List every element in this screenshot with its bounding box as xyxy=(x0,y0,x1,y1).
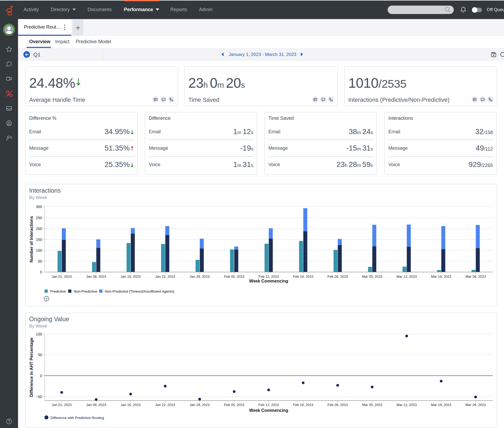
svg-text:Jan 08, 2023: Jan 08, 2023 xyxy=(86,403,106,407)
svg-text:Week Commencing: Week Commencing xyxy=(249,408,288,413)
svg-text:Feb 26, 2023: Feb 26, 2023 xyxy=(328,403,348,407)
svg-text:Jan 01, 2023: Jan 01, 2023 xyxy=(52,403,72,407)
svg-text:Mar 12, 2023: Mar 12, 2023 xyxy=(397,403,417,407)
svg-text:Jan 22, 2023: Jan 22, 2023 xyxy=(155,403,175,407)
svg-text:Mar 19, 2023: Mar 19, 2023 xyxy=(431,403,451,407)
svg-text:Feb 12, 2023: Feb 12, 2023 xyxy=(258,403,279,407)
svg-text:Jan 29, 2023: Jan 29, 2023 xyxy=(190,403,210,407)
svg-text:Difference with Predictive Rou: Difference with Predictive Routing xyxy=(50,416,104,420)
svg-text:Mar 26, 2023: Mar 26, 2023 xyxy=(466,403,486,407)
svg-text:50: 50 xyxy=(38,353,42,357)
svg-text:Feb 05, 2023: Feb 05, 2023 xyxy=(224,403,244,407)
svg-text:Difference in AHT Percentage: Difference in AHT Percentage xyxy=(29,338,34,397)
svg-text:−50: −50 xyxy=(36,395,42,399)
svg-text:100: 100 xyxy=(36,332,42,336)
svg-text:Jan 15, 2023: Jan 15, 2023 xyxy=(121,403,141,407)
svg-text:0: 0 xyxy=(40,374,42,378)
svg-text:Feb 19, 2023: Feb 19, 2023 xyxy=(293,403,314,407)
svg-text:Mar 05, 2023: Mar 05, 2023 xyxy=(362,403,383,407)
